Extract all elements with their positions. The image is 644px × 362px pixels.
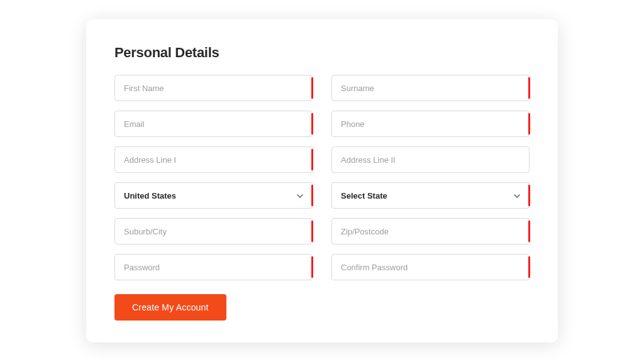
personal-details-card: Personal Details United States Selec — [86, 19, 558, 343]
address-line-1-input[interactable] — [124, 155, 303, 165]
country-select-value: United States — [124, 191, 297, 200]
confirm-password-input[interactable] — [341, 263, 520, 272]
first-name-field-wrap — [114, 75, 313, 101]
section-heading: Personal Details — [114, 45, 530, 61]
password-field-wrap — [114, 254, 313, 280]
surname-input[interactable] — [341, 84, 520, 93]
country-select[interactable]: United States — [114, 182, 313, 209]
address-line-2-input[interactable] — [341, 155, 520, 165]
email-field-wrap — [114, 111, 313, 137]
chevron-down-icon — [297, 192, 303, 199]
email-input[interactable] — [124, 119, 303, 129]
confirm-password-field-wrap — [331, 254, 530, 280]
first-name-input[interactable] — [124, 84, 303, 93]
state-select-value: Select State — [341, 191, 514, 200]
phone-field-wrap — [331, 111, 530, 137]
zip-postcode-field-wrap — [331, 218, 530, 244]
chevron-down-icon — [514, 192, 520, 199]
submit-row: Create My Account — [114, 294, 530, 321]
address-line-1-field-wrap — [114, 146, 313, 173]
suburb-city-input[interactable] — [124, 227, 303, 236]
state-select[interactable]: Select State — [331, 182, 530, 209]
create-account-button[interactable]: Create My Account — [114, 294, 226, 321]
surname-field-wrap — [331, 75, 530, 101]
phone-input[interactable] — [341, 119, 520, 129]
form-grid: United States Select State — [114, 75, 530, 280]
zip-postcode-input[interactable] — [341, 227, 520, 236]
password-input[interactable] — [124, 263, 303, 272]
address-line-2-field-wrap — [331, 146, 530, 173]
suburb-city-field-wrap — [114, 218, 313, 244]
